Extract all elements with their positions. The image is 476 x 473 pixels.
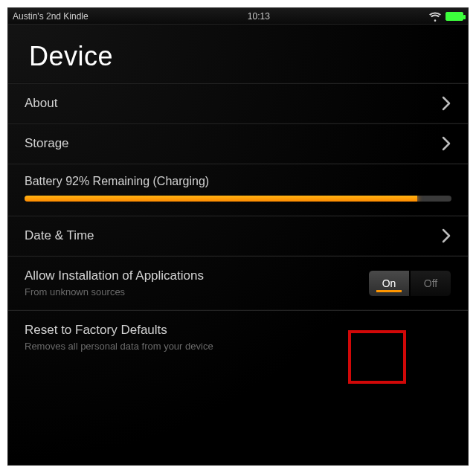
row-about-label: About: [25, 96, 57, 111]
page-title: Device: [8, 25, 468, 83]
battery-progress: [25, 196, 451, 202]
reset-label: Reset to Factory Defaults: [25, 323, 213, 338]
row-storage-label: Storage: [25, 136, 69, 151]
row-about[interactable]: About: [8, 84, 468, 123]
row-allow-apps: Allow Installation of Applications From …: [8, 257, 468, 309]
device-screen: Austin's 2nd Kindle 10:13 Device About S…: [7, 7, 469, 466]
row-date-time[interactable]: Date & Time: [8, 216, 468, 255]
toggle-off-button[interactable]: Off: [410, 270, 451, 297]
toggle-off-label: Off: [424, 277, 437, 289]
battery-progress-fill: [25, 196, 417, 202]
battery-status-label: Battery 92% Remaining (Charging): [25, 175, 451, 188]
allow-apps-sub: From unknown sources: [25, 286, 204, 297]
toggle-on-label: On: [382, 277, 396, 289]
statusbar-device-name: Austin's 2nd Kindle: [13, 11, 89, 22]
allow-apps-label: Allow Installation of Applications: [25, 268, 204, 283]
wifi-icon: [429, 11, 441, 22]
toggle-on-button[interactable]: On: [368, 270, 410, 297]
row-battery: Battery 92% Remaining (Charging): [8, 164, 468, 215]
battery-icon: [446, 12, 463, 21]
chevron-right-icon: [441, 228, 451, 243]
row-reset[interactable]: Reset to Factory Defaults Removes all pe…: [8, 311, 468, 364]
row-storage[interactable]: Storage: [8, 124, 468, 163]
allow-apps-toggle[interactable]: On Off: [368, 270, 451, 297]
reset-sub: Removes all personal data from your devi…: [25, 341, 213, 352]
statusbar: Austin's 2nd Kindle 10:13: [8, 8, 468, 25]
chevron-right-icon: [441, 96, 451, 111]
chevron-right-icon: [441, 136, 451, 151]
row-date-time-label: Date & Time: [25, 228, 94, 243]
statusbar-time: 10:13: [89, 11, 429, 22]
